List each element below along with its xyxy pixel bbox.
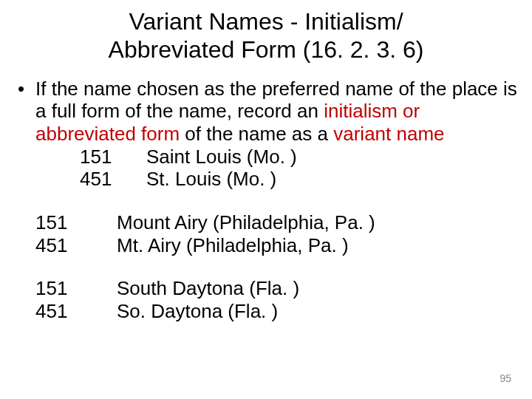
- example-row: 451 Mt. Airy (Philadelphia, Pa. ): [35, 234, 517, 257]
- example-group-2: 151 Mount Airy (Philadelphia, Pa. ) 451 …: [35, 211, 517, 256]
- example-row: 151 Mount Airy (Philadelphia, Pa. ): [35, 211, 517, 234]
- bullet-text: If the name chosen as the preferred name…: [35, 78, 517, 211]
- title-line-1: Variant Names - Initialism/: [129, 8, 403, 35]
- marc-value: Mt. Airy (Philadelphia, Pa. ): [117, 234, 517, 257]
- marc-code: 151: [35, 211, 117, 234]
- marc-value: Mount Airy (Philadelphia, Pa. ): [117, 211, 517, 234]
- examples-block: 151 Mount Airy (Philadelphia, Pa. ) 451 …: [35, 211, 517, 323]
- bullet-item: • If the name chosen as the preferred na…: [15, 78, 517, 211]
- bullet-marker: •: [15, 78, 35, 211]
- text-segment-1: If the name chosen as the preferred name…: [35, 78, 517, 123]
- marc-code: 151: [80, 146, 146, 168]
- text-segment-4-highlight: variant name: [333, 123, 444, 145]
- example-row: 151 South Daytona (Fla. ): [35, 277, 517, 300]
- marc-code: 151: [35, 277, 117, 300]
- example-group-1: 151 Saint Louis (Mo. ) 451 St. Louis (Mo…: [80, 146, 517, 191]
- page-number: 95: [499, 372, 511, 384]
- slide-content: • If the name chosen as the preferred na…: [0, 64, 532, 323]
- marc-code: 451: [35, 300, 117, 323]
- marc-value: South Daytona (Fla. ): [117, 277, 517, 300]
- example-row: 451 St. Louis (Mo. ): [80, 168, 517, 191]
- example-group-3: 151 South Daytona (Fla. ) 451 So. Dayton…: [35, 277, 517, 322]
- marc-value: Saint Louis (Mo. ): [146, 146, 517, 168]
- marc-code: 451: [35, 234, 117, 257]
- slide-title: Variant Names - Initialism/ Abbreviated …: [0, 0, 532, 64]
- text-segment-3: of the name as a: [180, 123, 333, 145]
- example-row: 151 Saint Louis (Mo. ): [80, 146, 517, 168]
- title-line-2: Abbreviated Form (16. 2. 3. 6): [109, 36, 424, 63]
- marc-code: 451: [80, 168, 146, 191]
- marc-value: St. Louis (Mo. ): [146, 168, 517, 191]
- example-row: 451 So. Daytona (Fla. ): [35, 300, 517, 323]
- marc-value: So. Daytona (Fla. ): [117, 300, 517, 323]
